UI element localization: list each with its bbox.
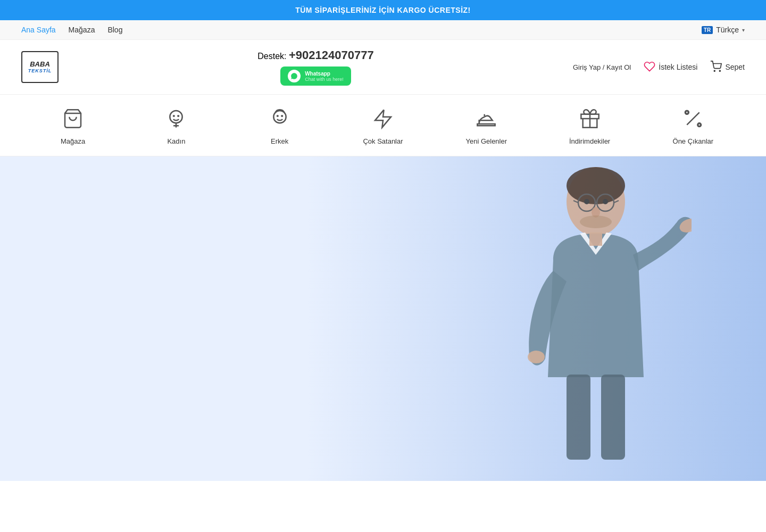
support-phone-number: +902124070777 [289, 48, 374, 62]
category-magaza[interactable]: Mağaza [52, 105, 94, 145]
category-one-cikanlar[interactable]: Öne Çıkanlar [672, 105, 714, 145]
svg-point-10 [281, 115, 282, 117]
category-cok-satanlar-label: Çok Satanlar [363, 137, 403, 145]
category-kadin[interactable]: Kadın [155, 105, 197, 145]
wishlist-button[interactable]: İstek Listesi [644, 61, 697, 74]
whatsapp-text: Whatsapp Chat with us here! [305, 71, 344, 82]
category-indirimdekiler-label: İndirimdekiler [569, 137, 610, 145]
logo-area: BABA TEKSTİL [21, 51, 59, 83]
percent-icon [680, 105, 706, 132]
nav-item-magaza[interactable]: Mağaza [69, 26, 95, 34]
whatsapp-button[interactable]: Whatsapp Chat with us here! [280, 66, 351, 86]
header-center: Destek: +902124070777 Whatsapp Chat with… [257, 48, 373, 86]
top-banner: TÜM SİPARİŞLERİNİZ İÇİN KARGO ÜCRETSİZ! [0, 0, 766, 20]
support-phone: Destek: +902124070777 [257, 48, 373, 62]
banner-text: TÜM SİPARİŞLERİNİZ İÇİN KARGO ÜCRETSİZ! [295, 6, 471, 14]
svg-point-17 [698, 123, 701, 126]
svg-point-7 [178, 115, 179, 117]
category-cok-satanlar[interactable]: Çok Satanlar [362, 105, 404, 145]
svg-point-1 [720, 70, 721, 71]
svg-point-0 [714, 70, 715, 71]
svg-point-34 [580, 215, 612, 228]
svg-point-9 [277, 115, 278, 117]
header-actions: Giriş Yap / Kayıt Ol İstek Listesi Sepet [573, 61, 745, 74]
category-yeni-gelenler[interactable]: Yeni Gelenler [465, 105, 507, 145]
whatsapp-sublabel: Chat with us here! [305, 77, 344, 82]
svg-point-6 [173, 115, 174, 117]
svg-point-26 [584, 199, 589, 204]
login-button[interactable]: Giriş Yap / Kayıt Ol [573, 63, 631, 71]
nav-item-anasayfa[interactable]: Ana Sayfa [21, 26, 56, 34]
gift-icon [577, 105, 603, 132]
svg-point-20 [567, 167, 625, 204]
svg-point-8 [273, 111, 286, 123]
svg-rect-32 [567, 375, 590, 460]
category-erkek-label: Erkek [271, 137, 288, 145]
hero-banner [0, 156, 766, 481]
nav-item-blog[interactable]: Blog [107, 26, 122, 34]
lightning-icon [370, 105, 396, 132]
cart-button[interactable]: Sepet [710, 61, 745, 74]
cart-label: Sepet [725, 63, 745, 71]
category-magaza-label: Mağaza [61, 137, 85, 145]
svg-point-18 [686, 111, 688, 114]
chevron-down-icon: ▾ [742, 27, 745, 33]
logo-line2: TEKSTİL [28, 68, 52, 74]
category-yeni-gelenler-label: Yeni Gelenler [465, 137, 507, 145]
logo[interactable]: BABA TEKSTİL [21, 51, 59, 83]
hero-figure [479, 156, 702, 481]
person-illustration [489, 164, 692, 473]
whatsapp-label: Whatsapp [305, 71, 344, 77]
category-erkek[interactable]: Erkek [259, 105, 301, 145]
heart-icon [644, 61, 655, 74]
svg-point-3 [170, 111, 182, 123]
wishlist-label: İstek Listesi [659, 63, 697, 71]
svg-rect-29 [589, 232, 602, 246]
nav-links: Ana Sayfa Mağaza Blog [21, 26, 122, 34]
face-female-icon [163, 105, 189, 132]
category-nav: Mağaza Kadın Erkek [0, 95, 766, 156]
whatsapp-icon [288, 70, 301, 82]
category-kadin-label: Kadın [167, 137, 185, 145]
svg-point-27 [603, 199, 608, 204]
category-indirimdekiler[interactable]: İndirimdekiler [569, 105, 611, 145]
bag-icon [60, 105, 86, 132]
language-selector[interactable]: TR Türkçe ▾ [702, 26, 745, 34]
lang-flag: TR [702, 26, 713, 34]
svg-rect-33 [601, 375, 625, 460]
nav-bar: Ana Sayfa Mağaza Blog TR Türkçe ▾ [0, 20, 766, 40]
svg-line-16 [687, 112, 699, 124]
category-one-cikanlar-label: Öne Çıkanlar [673, 137, 714, 145]
face-male-icon [267, 105, 293, 132]
header: BABA TEKSTİL Destek: +902124070777 Whats… [0, 40, 766, 95]
cart-icon [710, 61, 722, 74]
support-label: Destek: [257, 52, 286, 61]
lang-label: Türkçe [716, 26, 739, 34]
logo-line1: BABA [30, 60, 50, 69]
svg-point-31 [528, 351, 545, 363]
shoe-icon [473, 105, 499, 132]
